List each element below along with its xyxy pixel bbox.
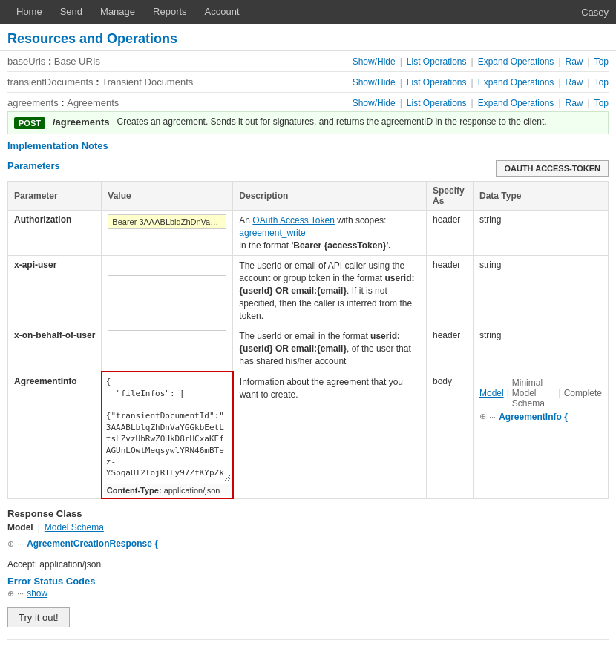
show-hide-baseuris[interactable]: Show/Hide xyxy=(353,56,396,67)
post-row: POST /agreements Creates an agreement. S… xyxy=(7,111,609,134)
model-tabs-row: Model | Minimal Model Schema | Complete xyxy=(479,376,602,410)
main-content: baseUris : Base URIs Show/Hide | List Op… xyxy=(0,51,616,640)
nav-manage[interactable]: Manage xyxy=(91,0,144,24)
table-row: x-api-user The userId or email of API ca… xyxy=(8,256,609,326)
model-tree-row: ⊕ ··· AgreementInfo { xyxy=(479,410,602,424)
auth-data-type: string xyxy=(473,211,608,256)
auth-value[interactable]: Bearer 3AAABLblqZhDnVaYGGkbEetLtsLZ xyxy=(108,214,226,229)
agreementinfo-value-cell: { "fileInfos": [ {"transientDocumentId":… xyxy=(102,372,233,498)
response-model-label: AgreementCreationResponse { xyxy=(27,538,158,549)
raw-agreements[interactable]: Raw xyxy=(566,98,583,108)
xonbehalf-data-type: string xyxy=(473,326,608,372)
post-description: Creates an agreement. Sends it out for s… xyxy=(117,116,602,127)
top-agreements[interactable]: Top xyxy=(594,98,609,108)
resource-name-transientdocs: transientDocuments : Transient Documents xyxy=(7,76,193,88)
response-tab-model[interactable]: Model xyxy=(7,522,33,533)
try-it-out-button[interactable]: Try it out! xyxy=(7,607,70,627)
xapiuser-data-type: string xyxy=(473,256,608,326)
response-title: Response Class xyxy=(7,508,609,519)
agreementinfo-textarea[interactable]: { "fileInfos": [ {"transientDocumentId":… xyxy=(104,374,231,481)
param-name-xapiuser: x-api-user xyxy=(14,260,56,270)
list-ops-agreements[interactable]: List Operations xyxy=(407,98,467,108)
raw-baseuris[interactable]: Raw xyxy=(566,56,583,67)
response-tree-dots: ··· xyxy=(17,539,24,548)
impl-notes-title: Implementation Notes xyxy=(7,140,609,151)
tree-expand-icon[interactable]: ⊕ xyxy=(479,412,486,421)
agreement-write-link[interactable]: agreement_write xyxy=(239,228,305,238)
agreementinfo-model-label: AgreementInfo { xyxy=(499,412,568,422)
xonbehalf-description: The userId or email in the format userid… xyxy=(239,330,420,367)
error-title: Error Status Codes xyxy=(7,576,609,587)
list-ops-baseuris[interactable]: List Operations xyxy=(407,56,467,67)
resource-name-baseuris: baseUris : Base URIs xyxy=(7,56,100,67)
model-tab-model[interactable]: Model xyxy=(479,388,504,398)
nav-home[interactable]: Home xyxy=(7,0,51,24)
response-tree-row: ⊕ ··· AgreementCreationResponse { xyxy=(7,537,609,550)
table-row: Authorization Bearer 3AAABLblqZhDnVaYGGk… xyxy=(8,211,609,256)
agreementinfo-data-type: Model | Minimal Model Schema | Complete … xyxy=(473,372,608,498)
col-specify-as: Specify As xyxy=(426,182,473,211)
expand-ops-transientdocs[interactable]: Expand Operations xyxy=(478,77,554,88)
top-baseuris[interactable]: Top xyxy=(594,56,609,67)
resource-title-baseuris: baseUris : Base URIs Show/Hide | List Op… xyxy=(7,56,609,67)
page-header: Resources and Operations xyxy=(0,24,616,51)
accept-row: Accept: application/json xyxy=(7,556,609,573)
params-table: Parameter Value Description Specify As D… xyxy=(7,181,609,499)
user-name: Casey xyxy=(581,7,609,18)
agreementinfo-specify-as: body xyxy=(426,372,473,498)
nav-send[interactable]: Send xyxy=(51,0,91,24)
oauth-button[interactable]: OAUTH ACCESS-TOKEN xyxy=(496,160,609,177)
resource-actions-baseuris: Show/Hide | List Operations | Expand Ope… xyxy=(353,56,609,67)
xapiuser-specify-as: header xyxy=(426,256,473,326)
implementation-notes: Implementation Notes xyxy=(7,134,609,157)
response-expand-icon[interactable]: ⊕ xyxy=(7,539,14,549)
col-parameter: Parameter xyxy=(8,182,102,211)
expand-ops-baseuris[interactable]: Expand Operations xyxy=(478,56,554,67)
table-row: AgreementInfo { "fileInfos": [ {"transie… xyxy=(8,372,609,498)
xapiuser-description: The userId or email of API caller using … xyxy=(239,260,420,322)
nav-reports[interactable]: Reports xyxy=(144,0,196,24)
params-table-header: Parameter Value Description Specify As D… xyxy=(8,182,609,211)
show-hide-transientdocs[interactable]: Show/Hide xyxy=(353,77,396,88)
top-transientdocs[interactable]: Top xyxy=(594,77,609,88)
tree-dots: ··· xyxy=(489,412,496,421)
param-name-agreementinfo: AgreementInfo xyxy=(14,376,77,386)
model-tab-complete[interactable]: Complete xyxy=(564,388,602,398)
resource-section-transientdocs: transientDocuments : Transient Documents… xyxy=(7,72,609,93)
error-show-row: ⊕ ··· show xyxy=(7,588,609,599)
response-tab-schema[interactable]: Model Schema xyxy=(45,522,104,533)
content-type-note: Content-Type: application/json xyxy=(104,484,231,496)
show-hide-agreements[interactable]: Show/Hide xyxy=(353,98,396,108)
response-section: Response Class Model | Model Schema ⊕ ··… xyxy=(7,502,609,556)
auth-description: An OAuth Access Token with scopes: agree… xyxy=(239,214,420,251)
col-value: Value xyxy=(102,182,233,211)
parameters-section: OAUTH ACCESS-TOKEN Parameters Parameter … xyxy=(7,157,609,502)
error-show-link[interactable]: show xyxy=(27,588,47,599)
resource-section-baseuris: baseUris : Base URIs Show/Hide | List Op… xyxy=(7,51,609,72)
page-title: Resources and Operations xyxy=(7,31,609,47)
auth-specify-as: header xyxy=(426,211,473,256)
error-dots: ··· xyxy=(17,589,24,598)
table-row: x-on-behalf-of-user The userId or email … xyxy=(8,326,609,372)
col-description: Description xyxy=(233,182,427,211)
col-data-type: Data Type xyxy=(473,182,608,211)
error-section: Error Status Codes ⊕ ··· show xyxy=(7,573,609,602)
model-tab-minimal[interactable]: Minimal Model Schema xyxy=(512,378,556,409)
error-expand-icon[interactable]: ⊕ xyxy=(7,589,14,599)
list-ops-transientdocs[interactable]: List Operations xyxy=(407,77,467,88)
response-model-tabs: Model | Model Schema xyxy=(7,522,609,533)
resource-title-transientdocs: transientDocuments : Transient Documents… xyxy=(7,76,609,88)
expand-ops-agreements[interactable]: Expand Operations xyxy=(478,98,554,108)
xapiuser-input[interactable] xyxy=(108,260,226,276)
raw-transientdocs[interactable]: Raw xyxy=(566,77,583,88)
post-path: /agreements xyxy=(53,116,110,128)
resource-title-agreements: agreements : Agreements Show/Hide | List… xyxy=(7,97,609,108)
oauth-token-link[interactable]: OAuth Access Token xyxy=(252,215,335,225)
top-navigation: Home Send Manage Reports Account Casey xyxy=(0,0,616,24)
param-name-xonbehalf: x-on-behalf-of-user xyxy=(14,330,95,340)
resource-actions-transientdocs: Show/Hide | List Operations | Expand Ope… xyxy=(353,77,609,88)
resource-section-agreements: agreements : Agreements Show/Hide | List… xyxy=(7,93,609,640)
nav-account[interactable]: Account xyxy=(196,0,249,24)
resource-actions-agreements: Show/Hide | List Operations | Expand Ope… xyxy=(353,98,609,108)
xonbehalf-input[interactable] xyxy=(108,330,226,346)
